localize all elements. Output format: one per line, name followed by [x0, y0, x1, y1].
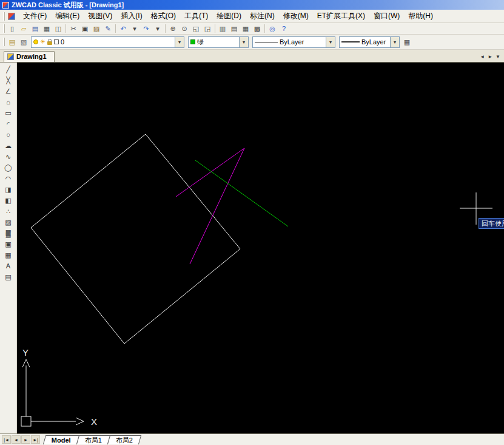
menu-item-edit[interactable]: 编辑(E) — [51, 9, 84, 23]
menu-item-format[interactable]: 格式(O) — [147, 9, 180, 23]
dropdown-arrow-icon[interactable]: ▾ — [326, 37, 335, 47]
menu-items: 文件(F)编辑(E)视图(V)插入(I)格式(O)工具(T)绘图(D)标注(N)… — [19, 9, 437, 23]
draw-tool-ellipse[interactable]: ◯ — [2, 163, 15, 173]
draw-tool-polygon[interactable]: ⌂ — [2, 97, 15, 107]
title-bar: ZWCAD Classic 试用版 - [Drawing1] — [0, 0, 504, 10]
draw-tool-image[interactable]: ▤ — [2, 272, 15, 282]
app-logo-icon — [8, 13, 15, 20]
tab-layout2[interactable]: 布局2 — [107, 435, 141, 444]
toolbar-button-copy[interactable]: ▣ — [79, 24, 90, 33]
toolbar-button-field[interactable]: ▦ — [240, 24, 251, 33]
draw-tool-hatch[interactable]: ▨ — [2, 217, 15, 228]
toolbar-button-layers[interactable]: ▤ — [7, 37, 18, 47]
toolbar-separator — [215, 24, 215, 33]
dropdown-arrow-icon[interactable]: ▾ — [239, 37, 248, 47]
toolbar-button-sheet-set[interactable]: ▥ — [217, 24, 228, 33]
toolbar-button-new[interactable]: ▯ — [7, 24, 18, 33]
clipboard-group: ✂▣▨✎ — [68, 24, 113, 33]
layer-select[interactable]: ☀ 0 ▾ — [31, 36, 184, 48]
draw-tool-region[interactable]: ▣ — [2, 239, 15, 250]
tab-drawing1[interactable]: Drawing1 — [4, 51, 55, 62]
menu-item-modify[interactable]: 修改(M) — [279, 9, 313, 23]
menu-item-et-tools[interactable]: ET扩展工具(X) — [313, 9, 369, 23]
drawing-canvas[interactable]: Y X 回车使用 — [17, 63, 504, 433]
layout-nav-button-first[interactable]: |◄ — [2, 435, 11, 444]
menu-item-window[interactable]: 窗口(W) — [369, 9, 404, 23]
draw-tool-revision-cloud[interactable]: ☁ — [2, 141, 15, 151]
menu-item-insert[interactable]: 插入(I) — [116, 9, 146, 23]
menu-item-draw[interactable]: 绘图(D) — [212, 9, 246, 23]
toolbar-button-paste[interactable]: ▨ — [91, 24, 102, 33]
menu-item-tools[interactable]: 工具(T) — [180, 9, 212, 23]
layer-properties-toolbar: ▤▧ ☀ 0 ▾ 绿 ▾ ByLayer ▾ ByLayer ▾ ▦ — [0, 35, 504, 50]
layout-nav-button-last[interactable]: ►| — [31, 435, 40, 444]
find-group: ◎? — [267, 24, 289, 33]
toolbar-button-undo-caret[interactable]: ▾ — [129, 24, 140, 33]
toolbar-separator — [66, 24, 66, 33]
toolbar-button-cut[interactable]: ✂ — [68, 24, 79, 33]
draw-tool-line[interactable]: ╱ — [2, 64, 15, 75]
layout-tab-bar: |◄◄►►| Model布局1布局2 — [0, 433, 504, 445]
toolbar-button-zoom-window[interactable]: ◱ — [190, 24, 201, 33]
linetype-select[interactable]: ByLayer ▾ — [252, 36, 335, 48]
drawing-file-icon — [7, 53, 14, 60]
draw-tool-circle[interactable]: ○ — [2, 130, 15, 140]
menu-item-dimension[interactable]: 标注(N) — [246, 9, 279, 23]
tab-scroll-right-icon[interactable]: ► — [488, 55, 492, 59]
toolbar-button-zoom-realtime[interactable]: ⊙ — [179, 24, 190, 33]
toolbar-button-properties-palette[interactable]: ▦ — [402, 37, 412, 47]
entity-magenta-polyline[interactable] — [176, 148, 244, 264]
toolbar-button-save[interactable]: ▤ — [30, 24, 41, 33]
toolbar-button-undo[interactable]: ↶ — [118, 24, 129, 33]
toolbar-button-match-properties[interactable]: ✎ — [102, 24, 113, 33]
tab-model[interactable]: Model — [43, 435, 79, 444]
toolbar-button-preview[interactable]: ◫ — [53, 24, 64, 33]
draw-tool-insert-block[interactable]: ◨ — [2, 185, 15, 195]
layout-nav-button-prev[interactable]: ◄ — [12, 435, 21, 444]
draw-toolbar: ╱╳∠⌂▭◜○☁∿◯◠◨◧∴▨▓▣▦A▤ — [0, 63, 17, 433]
menu-item-help[interactable]: 帮助(H) — [404, 9, 437, 23]
toolbar-button-table-style[interactable]: ▩ — [252, 24, 263, 33]
dropdown-arrow-icon[interactable]: ▾ — [175, 37, 184, 47]
menu-item-view[interactable]: 视图(V) — [84, 9, 116, 23]
lineweight-name: ByLayer — [361, 38, 386, 46]
layout-nav-button-next[interactable]: ► — [21, 435, 30, 444]
draw-tool-make-block[interactable]: ◧ — [2, 195, 15, 206]
toolbar-button-help[interactable]: ? — [278, 24, 289, 33]
dropdown-arrow-icon[interactable]: ▾ — [390, 37, 399, 47]
draw-tool-gradient[interactable]: ▓ — [2, 228, 15, 239]
tab-layout1[interactable]: 布局1 — [76, 435, 110, 444]
draw-tool-spline[interactable]: ∿ — [2, 152, 15, 162]
draw-tool-construction-line[interactable]: ╳ — [2, 75, 15, 86]
toolbar-button-pan[interactable]: ⊕ — [167, 24, 178, 33]
draw-tool-point[interactable]: ∴ — [2, 206, 15, 217]
draw-tool-arc[interactable]: ◜ — [2, 119, 15, 129]
tab-menu-icon[interactable]: ▼ — [496, 55, 500, 59]
entity-green-line[interactable] — [195, 160, 288, 226]
toolbar-button-redo-caret[interactable]: ▾ — [152, 24, 163, 33]
toolbar-button-zoom-previous[interactable]: ◲ — [202, 24, 213, 33]
menu-item-file[interactable]: 文件(F) — [19, 9, 51, 23]
ucs-icon: Y X — [21, 347, 97, 427]
entity-square[interactable] — [31, 134, 240, 344]
draw-tool-mtext[interactable]: A — [2, 261, 15, 271]
toolbar-button-layer-states[interactable]: ▧ — [18, 37, 29, 47]
draw-tool-table[interactable]: ▦ — [2, 250, 15, 260]
toolbar-button-print[interactable]: ▦ — [41, 24, 52, 33]
toolbar-grip — [3, 38, 5, 46]
color-select[interactable]: 绿 ▾ — [188, 36, 249, 48]
layer-color-swatch — [54, 39, 59, 44]
toolbar-button-redo[interactable]: ↷ — [141, 24, 152, 33]
draw-tool-polyline[interactable]: ∠ — [2, 86, 15, 97]
tab-scroll-left-icon[interactable]: ◄ — [480, 55, 485, 59]
tab-label: 布局1 — [85, 435, 102, 444]
toolbar-button-markup[interactable]: ▤ — [229, 24, 240, 33]
toolbar-button-open[interactable]: ▱ — [18, 24, 29, 33]
ucs-y-label: Y — [22, 347, 29, 358]
lineweight-select[interactable]: ByLayer ▾ — [339, 36, 400, 48]
draw-tool-ellipse-arc[interactable]: ◠ — [2, 174, 15, 184]
toolbar-grip — [3, 12, 5, 21]
draw-tool-rectangle[interactable]: ▭ — [2, 108, 15, 118]
ucs-x-label: X — [91, 416, 97, 427]
toolbar-button-zoom-find[interactable]: ◎ — [267, 24, 278, 33]
